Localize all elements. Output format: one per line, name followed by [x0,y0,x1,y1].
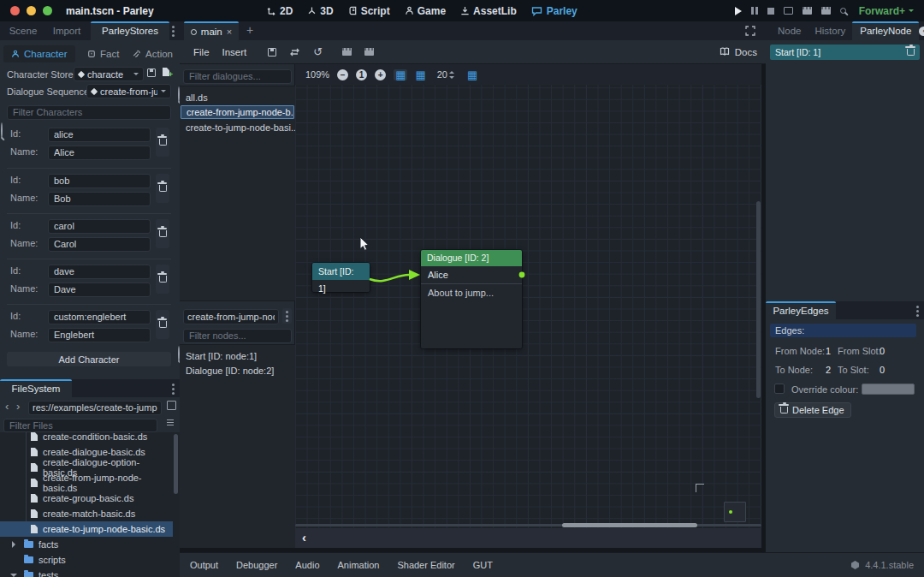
renderer-dropdown[interactable]: Forward+ [859,5,914,17]
zoom-out-button[interactable]: − [337,69,348,80]
character-name-input[interactable] [48,192,151,206]
character-id-input[interactable] [48,310,151,324]
new-store-button[interactable]: + [163,68,169,76]
file-row[interactable]: create-from-jump-node-basic.ds [0,475,173,491]
graph-minimap[interactable] [724,502,746,522]
collapse-arrow-icon[interactable] [10,574,17,577]
delete-character-button[interactable] [156,128,169,157]
delete-character-button[interactable] [156,174,169,203]
graph-node-dialogue[interactable]: Dialogue [ID: 2] Alice About to jump... [421,250,522,348]
snap-distance-value[interactable]: 20 [437,69,447,80]
folder-row[interactable]: scripts [0,552,173,568]
file-row[interactable]: create-group-basic.ds [0,491,173,506]
workspace-script[interactable]: Script [348,5,390,17]
zoom-session-icon[interactable] [840,8,846,14]
show-grid-toggle-icon[interactable]: ▦ [415,69,425,80]
nav-forward-icon[interactable]: › [16,399,20,413]
stop-button[interactable] [767,8,774,15]
pause-button[interactable] [751,7,758,15]
tab-parleynode[interactable]: ParleyNode [852,21,919,40]
workspace-assetlib[interactable]: AssetLib [460,5,517,17]
tab-character[interactable]: Character [3,45,75,62]
zoom-window-button[interactable] [43,6,52,15]
dock-menu-icon[interactable] [168,24,178,38]
test-dialogue-from-icon[interactable] [364,48,374,56]
filesystem-path-input[interactable] [28,401,162,415]
file-tree-scrollbar[interactable] [174,434,178,494]
horizontal-scrollbar[interactable] [295,522,761,527]
collapse-chevron-icon[interactable]: ‹ [302,528,306,547]
character-id-input[interactable] [48,219,151,234]
folder-row[interactable]: facts [0,537,173,552]
tab-scene[interactable]: Scene [3,21,43,40]
character-name-input[interactable] [48,146,151,160]
sidebar-collapse-bar[interactable]: ‹ [295,528,761,548]
folder-row[interactable]: tests [0,568,173,577]
file-row[interactable]: create-match-basic.ds [0,506,173,521]
snap-grid-toggle-icon[interactable]: ▦ [394,69,407,80]
file-row-selected[interactable]: create-to-jump-node-basic.ds [0,521,173,537]
workspace-3d[interactable]: 3D [307,5,333,17]
history-back-icon[interactable]: ‹ [919,27,924,36]
node-list-item[interactable]: Dialogue [ID: node:2] [180,364,295,378]
save-store-button[interactable] [147,68,156,77]
override-colour-swatch[interactable] [862,384,915,395]
panel-animation[interactable]: Animation [338,560,380,570]
play-button[interactable] [735,7,742,15]
character-id-input[interactable] [48,128,151,142]
workspace-game[interactable]: Game [405,5,446,17]
remote-debug-icon[interactable] [784,7,793,15]
graph-canvas[interactable]: 109% − 1 + ▦ ▦ 20 ▦ Start [ID: 1] Dialog… [295,64,761,528]
character-store-dropdown[interactable]: characte [74,67,144,81]
selected-node-header[interactable]: Start [ID: 1] [770,45,920,60]
character-name-input[interactable] [48,237,151,252]
import-export-icon[interactable] [289,48,300,57]
minimize-window-button[interactable] [27,6,36,15]
close-window-button[interactable] [10,6,20,15]
file-menu[interactable]: File [193,47,210,57]
expand-arrow-icon[interactable] [12,541,19,548]
node-list-item[interactable]: Start [ID: node:1] [180,349,295,364]
save-button[interactable] [268,48,276,57]
delete-character-button[interactable] [156,219,169,248]
dialogue-file-item[interactable]: all.ds [180,91,295,104]
tab-fact[interactable]: Fact [87,49,119,59]
docs-button[interactable]: Docs [720,47,757,57]
dialogue-sequence-dropdown[interactable]: create-from-ju [86,84,171,98]
file-row[interactable]: create-condition-basic.ds [0,432,173,444]
panel-shader-editor[interactable]: Shader Editor [397,560,454,570]
tab-node[interactable]: Node [771,21,808,40]
h-scroll-thumb[interactable] [562,523,697,527]
minimap-toggle-icon[interactable]: ▦ [467,69,477,80]
vertical-scrollbar[interactable] [756,201,761,398]
tab-import[interactable]: Import [44,21,89,40]
character-name-input[interactable] [48,283,151,297]
workspace-2d[interactable]: 2D [267,5,293,17]
zoom-in-button[interactable]: + [375,69,386,80]
new-tab-button[interactable]: + [246,23,253,37]
filter-dialogues-input[interactable] [183,69,292,84]
dialogue-node-header[interactable]: Dialogue [ID: 2] [421,250,522,266]
start-node-header[interactable]: Start [ID: 1] [312,263,370,280]
filter-nodes-input[interactable] [183,329,292,343]
dialogue-file-item[interactable]: create-to-jump-node-basi... [180,121,295,134]
expand-panel-icon[interactable] [745,26,755,36]
character-id-input[interactable] [48,265,151,279]
movie-writer-icon[interactable] [821,7,831,15]
sequence-menu-button[interactable] [282,308,292,324]
override-colour-checkbox[interactable] [774,384,785,394]
add-character-button[interactable]: Add Character [7,352,171,366]
tab-parleyedges[interactable]: ParleyEdges [766,301,836,319]
delete-character-button[interactable] [156,310,169,339]
delete-edge-button[interactable]: Delete Edge [774,402,851,418]
panel-debugger[interactable]: Debugger [236,560,277,570]
movie-maker-icon[interactable] [803,7,812,15]
workspace-parley[interactable]: Parley [531,5,578,17]
character-name-input[interactable] [48,328,151,342]
panel-audio[interactable]: Audio [295,560,319,570]
dialogue-text-row[interactable]: About to jump... [421,284,522,301]
sequence-title-input[interactable] [183,309,279,324]
tab-filesystem[interactable]: FileSystem [0,379,72,397]
split-view-icon[interactable] [167,401,176,410]
test-dialogue-icon[interactable] [342,48,352,56]
